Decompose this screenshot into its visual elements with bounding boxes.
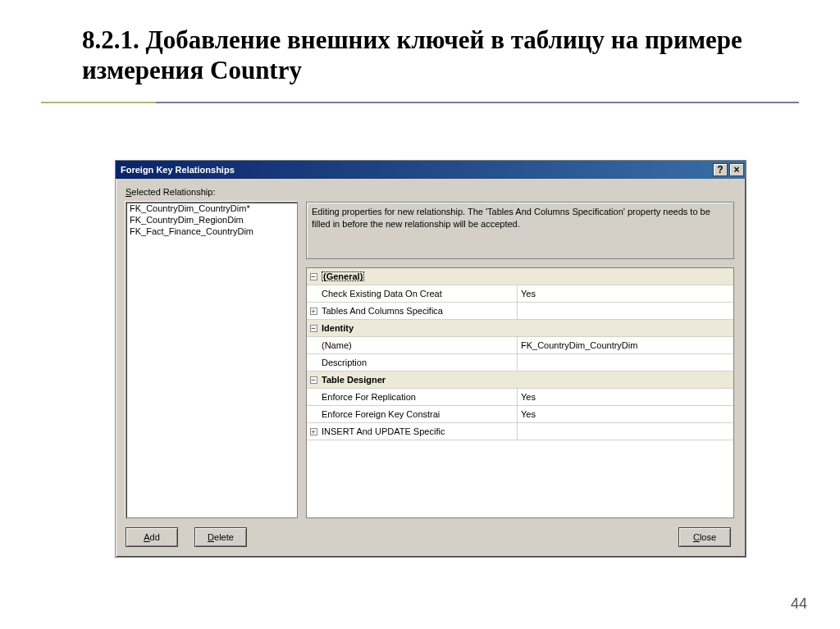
add-button[interactable]: Add [126,527,178,547]
prop-description[interactable]: Description [307,354,733,371]
selected-relationship-label: Selected Relationship: [126,187,736,197]
category-general[interactable]: − (General) [307,268,733,285]
category-table-designer[interactable]: − Table Designer [307,371,733,389]
info-panel: Editing properties for new relationship.… [306,202,734,259]
title-rule [41,102,799,103]
prop-enforce-fk-constraint[interactable]: Enforce Foreign Key Constrai Yes [307,406,733,423]
dialog-body: Selected Relationship: FK_CountryDim_Cou… [116,179,746,557]
expand-icon[interactable]: + [307,308,320,315]
category-label: (General) [322,271,364,281]
prop-name[interactable]: (Name) FK_CountryDim_CountryDim [307,337,733,354]
collapse-icon[interactable]: − [307,273,320,280]
list-item[interactable]: FK_CountryDim_RegionDim [126,214,297,226]
category-identity[interactable]: − Identity [307,320,733,337]
collapse-icon[interactable]: − [307,325,320,332]
page-number: 44 [791,595,807,613]
relationship-listbox[interactable]: FK_CountryDim_CountryDim* FK_CountryDim_… [126,202,298,518]
titlebar[interactable]: Foreign Key Relationships ? × [116,161,746,179]
close-button[interactable]: Close [678,527,731,547]
collapse-icon[interactable]: − [307,376,320,384]
dialog-title: Foreign Key Relationships [121,165,711,175]
prop-enforce-replication[interactable]: Enforce For Replication Yes [307,389,733,406]
foreign-key-relationships-dialog: Foreign Key Relationships ? × Selected R… [115,160,746,558]
close-x-button[interactable]: × [729,163,744,176]
delete-button[interactable]: Delete [194,527,247,547]
expand-icon[interactable]: + [307,428,320,435]
slide-title: 8.2.1. Добавление внешних ключей в табли… [0,0,840,93]
list-item[interactable]: FK_CountryDim_CountryDim* [126,203,297,214]
prop-check-existing[interactable]: Check Existing Data On Creat Yes [307,285,733,303]
prop-tables-columns-spec[interactable]: + Tables And Columns Specifica [307,303,733,320]
list-item[interactable]: FK_Fact_Finance_CountryDim [126,226,297,237]
property-grid[interactable]: − (General) Check Existing Data On Creat… [306,267,734,518]
prop-insert-update-spec[interactable]: + INSERT And UPDATE Specific [307,423,733,440]
help-button[interactable]: ? [713,163,728,176]
